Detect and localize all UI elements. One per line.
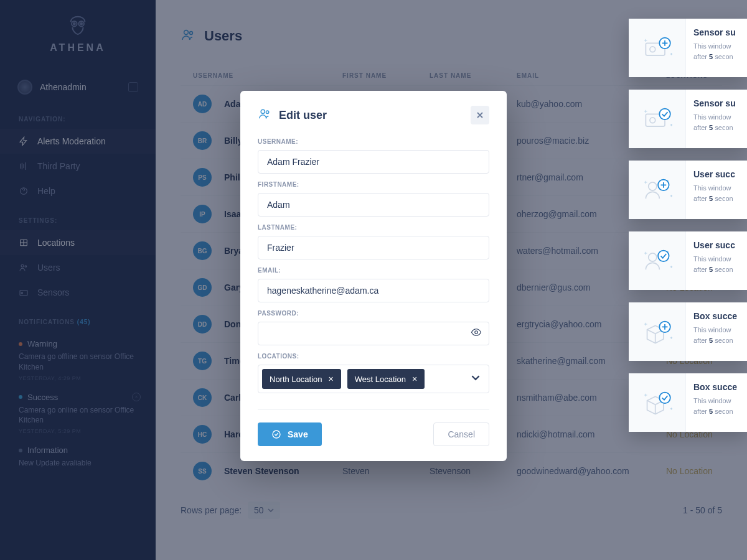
toast-title: Sensor su <box>693 98 736 108</box>
svg-point-14 <box>475 331 478 334</box>
toast-title: Box succe <box>693 382 737 392</box>
toast-icon <box>629 231 686 290</box>
remove-location-icon[interactable]: × <box>412 374 417 384</box>
toast-notification[interactable]: User succThis windowafter 5 secon <box>629 231 747 290</box>
label-email: EMAIL: <box>258 267 489 274</box>
email-input[interactable] <box>258 279 489 302</box>
svg-point-18 <box>649 47 655 52</box>
location-chip: North Location × <box>262 369 341 389</box>
svg-point-12 <box>261 110 265 113</box>
svg-point-22 <box>649 118 655 123</box>
firstname-input[interactable] <box>258 193 489 217</box>
label-lastname: LASTNAME: <box>258 224 489 231</box>
svg-point-23 <box>659 109 670 120</box>
svg-point-28 <box>648 253 656 261</box>
toast-icon <box>629 373 686 432</box>
label-username: USERNAME: <box>258 138 489 145</box>
locations-field[interactable]: North Location × West Location × <box>258 365 489 393</box>
toast-text: This windowafter 5 secon <box>693 325 737 345</box>
username-input[interactable] <box>258 150 489 174</box>
toast-notification[interactable]: Sensor suThis windowafter 5 secon <box>629 19 747 77</box>
svg-point-33 <box>659 393 670 404</box>
modal-close-button[interactable] <box>471 106 489 124</box>
toast-notification[interactable]: User succThis windowafter 5 secon <box>629 161 747 219</box>
toast-text: This windowafter 5 secon <box>693 41 736 62</box>
modal-title: Edit user <box>279 109 463 122</box>
toast-text: This windowafter 5 secon <box>693 183 735 203</box>
toast-text: This windowafter 5 secon <box>693 396 737 416</box>
toast-notification[interactable]: Box succeThis windowafter 5 secon <box>629 373 747 432</box>
toast-title: User succ <box>693 240 735 250</box>
lastname-input[interactable] <box>258 236 489 259</box>
toast-icon <box>629 302 686 361</box>
password-input[interactable] <box>258 322 489 345</box>
toast-icon <box>629 90 686 148</box>
cancel-button[interactable]: Cansel <box>433 422 489 446</box>
svg-point-15 <box>273 431 280 438</box>
toast-text: This windowafter 5 secon <box>693 112 736 133</box>
eye-icon <box>471 327 482 338</box>
remove-location-icon[interactable]: × <box>329 374 334 384</box>
svg-point-29 <box>658 251 669 262</box>
toast-title: Box succe <box>693 311 737 321</box>
toast-title: User succ <box>693 169 735 179</box>
toast-icon <box>629 161 686 219</box>
label-locations: LOCATIONS: <box>258 353 489 360</box>
chevron-down-icon <box>471 373 480 382</box>
svg-point-13 <box>266 111 268 113</box>
user-icon <box>258 107 271 123</box>
svg-point-25 <box>648 182 656 190</box>
label-password: PASSWORD: <box>258 310 489 317</box>
toast-notification[interactable]: Box succeThis windowafter 5 secon <box>629 302 747 361</box>
edit-user-modal: Edit user USERNAME: FIRSTNAME: LASTNAME:… <box>240 91 507 461</box>
check-circle-icon <box>271 429 281 439</box>
location-chip: West Location × <box>347 369 425 389</box>
toast-title: Sensor su <box>693 27 736 37</box>
toast-text: This windowafter 5 secon <box>693 254 735 274</box>
label-firstname: FIRSTNAME: <box>258 181 489 188</box>
close-icon <box>476 111 484 119</box>
toast-stack: Sensor suThis windowafter 5 seconSensor … <box>629 19 747 432</box>
save-button[interactable]: Save <box>258 422 322 446</box>
locations-dropdown-toggle[interactable] <box>471 373 480 385</box>
toggle-password-visibility[interactable] <box>471 327 482 340</box>
toast-icon <box>629 19 686 77</box>
toast-notification[interactable]: Sensor suThis windowafter 5 secon <box>629 90 747 148</box>
